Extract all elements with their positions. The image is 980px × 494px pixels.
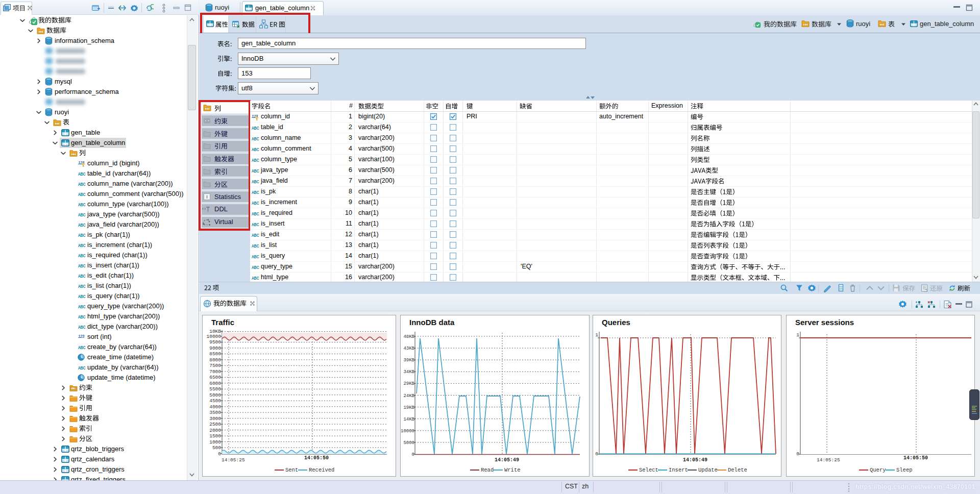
svg-text:5000: 5000 <box>209 392 221 398</box>
svg-text:1500: 1500 <box>209 433 221 439</box>
svg-text:Sent: Sent <box>285 467 298 473</box>
svg-text:4500: 4500 <box>209 398 221 404</box>
svg-text:Sleep: Sleep <box>896 467 913 473</box>
svg-text:4000: 4000 <box>209 404 221 410</box>
svg-text:29KB: 29KB <box>403 381 414 386</box>
svg-text:19KB: 19KB <box>403 405 414 410</box>
svg-text:Delete: Delete <box>728 467 747 473</box>
svg-text:34KB: 34KB <box>403 369 414 375</box>
svg-text:Write: Write <box>504 467 521 473</box>
svg-text:14:05:49: 14:05:49 <box>683 457 707 463</box>
svg-text:Insert: Insert <box>669 467 688 473</box>
svg-text:500: 500 <box>212 445 221 451</box>
svg-text:24KB: 24KB <box>403 393 414 399</box>
svg-text:3500: 3500 <box>209 410 221 415</box>
svg-text:14:05:25: 14:05:25 <box>817 457 840 463</box>
svg-text:14KB: 14KB <box>403 417 414 422</box>
svg-text:9000: 9000 <box>209 345 221 351</box>
svg-text:48KB: 48KB <box>403 334 414 339</box>
svg-text:3000: 3000 <box>209 416 221 422</box>
svg-text:8500: 8500 <box>209 351 221 357</box>
svg-text:14:05:50: 14:05:50 <box>304 455 329 461</box>
svg-text:1: 1 <box>796 332 799 338</box>
svg-text:Received: Received <box>309 467 334 473</box>
svg-text:2000: 2000 <box>209 428 221 433</box>
svg-text:14:05:50: 14:05:50 <box>903 455 928 461</box>
svg-text:Query: Query <box>870 467 886 473</box>
svg-text:5500: 5500 <box>209 386 221 392</box>
svg-text:1: 1 <box>595 332 598 338</box>
svg-text:6500: 6500 <box>209 375 221 380</box>
svg-text:8000: 8000 <box>209 357 221 363</box>
svg-text:Read: Read <box>481 467 494 473</box>
svg-text:7500: 7500 <box>209 363 221 368</box>
svg-text:9500: 9500 <box>209 339 221 345</box>
svg-text:7000: 7000 <box>209 369 221 375</box>
svg-text:10000: 10000 <box>206 334 221 339</box>
svg-text:5000: 5000 <box>403 440 414 446</box>
svg-text:Update: Update <box>698 467 718 473</box>
svg-text:14:05:25: 14:05:25 <box>222 457 245 463</box>
svg-text:6000: 6000 <box>209 381 221 386</box>
svg-text:10000: 10000 <box>401 429 414 434</box>
svg-text:43KB: 43KB <box>403 346 414 351</box>
svg-text:0: 0 <box>412 452 414 457</box>
svg-text:2500: 2500 <box>209 422 221 427</box>
svg-text:14:05:49: 14:05:49 <box>495 457 519 463</box>
svg-text:39KB: 39KB <box>403 358 414 363</box>
svg-text:Select: Select <box>639 467 658 473</box>
svg-text:1000: 1000 <box>209 439 221 445</box>
